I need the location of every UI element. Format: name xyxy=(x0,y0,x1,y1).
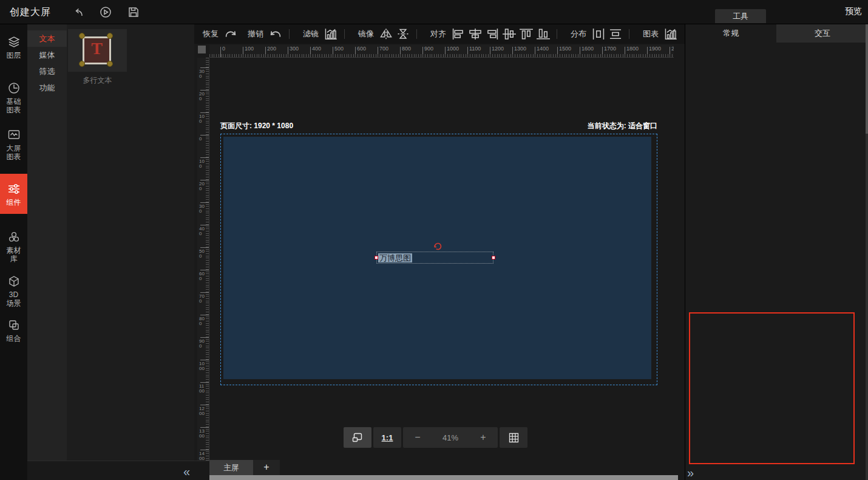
toolbar-separator xyxy=(629,29,629,39)
play-icon[interactable] xyxy=(100,6,112,18)
sidebar-item-basic-chart[interactable]: 基础图表 xyxy=(0,79,27,114)
toolbar-separator xyxy=(416,29,417,39)
horizontal-scrollbar[interactable] xyxy=(209,475,678,480)
align-top-icon[interactable] xyxy=(520,28,533,40)
letter-t-icon: T xyxy=(84,39,109,58)
text-properties-section xyxy=(689,312,855,464)
sidebar-item-layers[interactable]: 图层 xyxy=(0,33,27,60)
widgets-icon xyxy=(7,182,21,196)
toolbar-separator xyxy=(557,29,557,39)
category-filter[interactable]: 筛选 xyxy=(27,63,67,80)
h-ruler: 0100200300400500600700800900100011001200… xyxy=(209,45,674,58)
tools-button[interactable]: 工具 xyxy=(715,9,766,23)
resize-handle-left[interactable] xyxy=(375,256,378,259)
collapse-panel-icon[interactable]: « xyxy=(183,465,190,479)
component-label: 多行文本 xyxy=(68,75,127,86)
expand-panel-icon[interactable]: » xyxy=(687,466,694,480)
fit-screen-button[interactable] xyxy=(344,427,371,448)
canvas-area[interactable]: 页面尺寸: 1920 * 1080 当前状态为: 适合窗口 万博思图 xyxy=(209,58,685,461)
grid-toggle-button[interactable] xyxy=(500,427,527,448)
page-size-label: 页面尺寸: 1920 * 1080 xyxy=(220,121,293,131)
add-screen-button[interactable]: + xyxy=(253,460,280,475)
sidebar-item-3d-scene[interactable]: 3D场景 xyxy=(0,272,27,307)
chart-icon[interactable] xyxy=(324,28,337,40)
filter-label: 滤镜 xyxy=(303,29,319,39)
distribute-v-icon[interactable] xyxy=(609,28,622,40)
corner-handle xyxy=(107,33,113,39)
toolbar-separator xyxy=(344,29,345,39)
app-title: 创建大屏 xyxy=(10,6,51,19)
align-center-v-icon[interactable] xyxy=(503,28,516,40)
component-multiline-text[interactable]: T xyxy=(68,29,127,72)
mirror-label: 镜像 xyxy=(358,29,374,39)
zoom-bar: 1:1 − 41% + xyxy=(344,427,527,448)
align-right-icon[interactable] xyxy=(486,28,499,40)
chart-icon[interactable] xyxy=(664,28,677,40)
canvas-status-label: 当前状态为: 适合窗口 xyxy=(475,121,657,131)
left-rail: 图层 基础图表 大屏图表 组件 素材库 3D场景 组合 xyxy=(0,24,27,480)
redo-label: 恢复 xyxy=(203,29,219,39)
header-bar: 创建大屏 工具 预览 xyxy=(0,0,868,24)
undo-label: 撤销 xyxy=(248,29,263,39)
sidebar-item-label: 3D场景 xyxy=(6,290,22,307)
redo-icon[interactable] xyxy=(224,28,237,40)
sidebar-item-widgets[interactable]: 组件 xyxy=(0,174,27,214)
sidebar-item-label: 组件 xyxy=(6,198,22,207)
app-root: 创建大屏 工具 预览 图层 基础图表 大屏图表 组件 xyxy=(0,0,868,480)
sidebar-item-label: 组合 xyxy=(6,334,22,343)
corner-handle xyxy=(107,61,113,67)
undo-icon[interactable] xyxy=(73,6,85,18)
corner-handle xyxy=(79,33,85,39)
distribute-label: 分布 xyxy=(571,29,586,39)
sidebar-item-label: 基础图表 xyxy=(6,97,22,114)
cube-3d-icon xyxy=(7,275,21,288)
category-text[interactable]: 文本 xyxy=(27,30,67,47)
sidebar-item-label: 大屏图表 xyxy=(6,144,22,161)
save-icon[interactable] xyxy=(127,6,140,18)
sidebar-item-screen-chart[interactable]: 大屏图表 xyxy=(0,126,27,161)
toolbar-separator xyxy=(289,29,290,39)
zoom-in-button[interactable]: + xyxy=(469,427,498,448)
bottom-left-strip: « xyxy=(27,461,209,480)
zoom-group: − 41% + xyxy=(403,427,498,448)
tab-interaction[interactable]: 交互 xyxy=(776,24,868,43)
zoom-1-1-button[interactable]: 1:1 xyxy=(373,427,401,448)
category-column: 文本 媒体 筛选 功能 xyxy=(27,24,67,461)
flip-vertical-icon[interactable] xyxy=(396,28,410,40)
basic-chart-icon xyxy=(7,81,21,95)
canvas-toolbar: 恢复 撤销 滤镜 镜像 对齐 分布 图表 xyxy=(194,24,685,44)
component-panel: 文本 媒体 筛选 功能 T 多行文本 xyxy=(27,24,194,461)
resize-handle-right[interactable] xyxy=(492,256,495,259)
align-label: 对齐 xyxy=(430,29,446,39)
sidebar-item-label: 素材库 xyxy=(6,246,22,263)
rotate-handle-icon[interactable] xyxy=(433,242,442,250)
zoom-level: 41% xyxy=(432,427,469,448)
screen-chart-icon xyxy=(7,128,21,142)
selected-text-element[interactable]: 万博思图 xyxy=(376,252,493,264)
sidebar-item-combine[interactable]: 组合 xyxy=(0,316,27,343)
corner-handle xyxy=(79,61,85,67)
chart-group-label: 图表 xyxy=(643,29,659,39)
align-left-icon[interactable] xyxy=(452,28,465,40)
category-media[interactable]: 媒体 xyxy=(27,47,67,63)
ruler-corner xyxy=(198,46,206,53)
tab-general[interactable]: 常规 xyxy=(685,24,776,43)
v-ruler: 3002001000100200300400500600700800900100… xyxy=(197,58,209,474)
panel-scrollbar[interactable] xyxy=(866,24,868,480)
assets-icon xyxy=(7,230,21,244)
combine-icon xyxy=(7,318,21,332)
undo-icon[interactable] xyxy=(269,28,282,40)
align-center-h-icon[interactable] xyxy=(469,28,482,40)
screen-tab-main[interactable]: 主屏 xyxy=(209,460,253,475)
flip-horizontal-icon[interactable] xyxy=(379,28,393,40)
zoom-out-button[interactable]: − xyxy=(403,427,432,448)
selected-text[interactable]: 万博思图 xyxy=(378,253,412,262)
category-function[interactable]: 功能 xyxy=(27,80,67,96)
sidebar-item-assets[interactable]: 素材库 xyxy=(0,228,27,263)
text-component-preview: T xyxy=(83,36,111,64)
layers-icon xyxy=(7,35,21,49)
align-bottom-icon[interactable] xyxy=(537,28,550,40)
distribute-h-icon[interactable] xyxy=(592,28,605,40)
sidebar-item-label: 图层 xyxy=(6,51,22,60)
preview-button[interactable]: 预览 xyxy=(845,6,862,17)
